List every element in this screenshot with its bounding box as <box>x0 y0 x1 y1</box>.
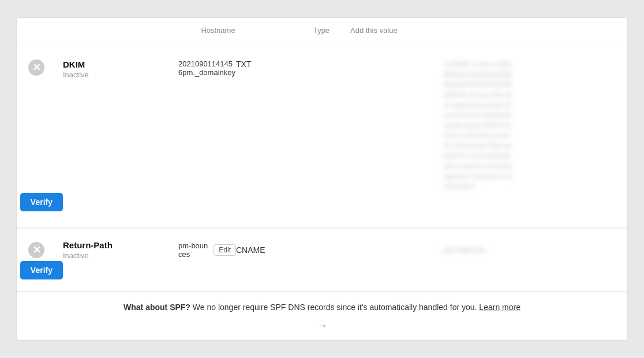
dkim-record-name: DKIM <box>63 59 178 69</box>
header-add-value: Add this value <box>350 26 558 35</box>
arrow-icon: → <box>317 320 327 331</box>
spf-text: We no longer require SPF DNS records sin… <box>190 303 477 312</box>
return-path-name-block: Return-Path Inactive <box>63 240 178 260</box>
dns-records-table: Hostname Type Add this value ✕ DKIM Inac… <box>16 17 628 341</box>
dkim-verify-button[interactable]: Verify <box>20 193 63 211</box>
dkim-name-block: DKIM Inactive <box>63 59 178 79</box>
return-path-verify-button[interactable]: Verify <box>20 261 63 279</box>
table-header: Hostname Type Add this value <box>17 18 627 43</box>
dkim-record-status: Inactive <box>63 70 178 79</box>
return-path-type-cell: CNAME <box>236 245 444 255</box>
dkim-inactive-icon: ✕ <box>32 62 41 73</box>
table-row-return-path: ✕ Return-Path Inactive pm-bounces Edit C… <box>17 229 627 292</box>
spf-bold-text: What about SPF? <box>123 303 190 312</box>
return-path-hostname-cell: pm-bounces Edit <box>178 241 236 259</box>
header-type: Type <box>293 26 350 35</box>
dkim-value-cell: v=DKIM1; k=rsa; p=MIGfMA0GCSqGSIb3DQEBAQ… <box>444 59 513 192</box>
header-spacer <box>28 26 144 35</box>
spf-learn-more-link[interactable]: Learn more <box>479 303 521 312</box>
return-path-record-name: Return-Path <box>63 240 178 250</box>
return-path-hostname-value: pm-bounces <box>178 241 210 259</box>
table-row-dkim: ✕ DKIM Inactive 20210901141456pm._domain… <box>17 43 627 228</box>
spf-note: What about SPF? We no longer require SPF… <box>17 292 627 318</box>
return-path-record-status: Inactive <box>63 251 178 260</box>
dkim-hostname-cell: 20210901141456pm._domainkey <box>178 59 236 77</box>
return-path-edit-button[interactable]: Edit <box>214 244 236 256</box>
dkim-verify-cell: Verify <box>28 192 63 211</box>
return-path-status-icon: ✕ <box>28 242 44 258</box>
header-hostname: Hostname <box>144 26 293 35</box>
header-action-spacer <box>558 26 616 35</box>
dkim-hostname-value: 20210901141456pm._domainkey <box>178 59 236 77</box>
return-path-value-cell: pm.mtasv.net <box>444 246 513 254</box>
dkim-status-icon: ✕ <box>28 59 44 76</box>
dkim-type-cell: TXT <box>236 59 444 69</box>
spf-arrow-row: → <box>17 318 627 340</box>
return-path-inactive-icon: ✕ <box>32 245 41 255</box>
return-path-verify-cell: Verify <box>28 260 63 279</box>
